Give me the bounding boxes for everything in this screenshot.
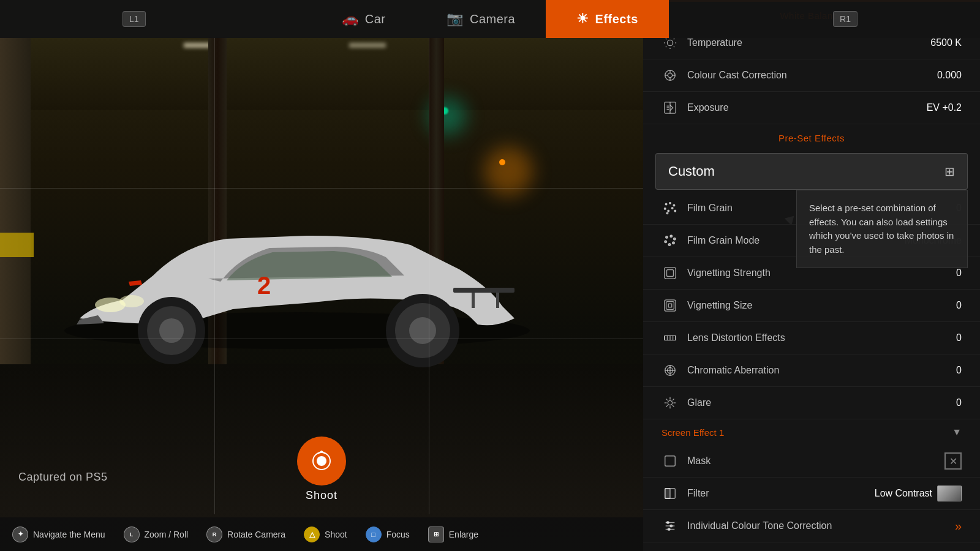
colour-cast-row[interactable]: Colour Cast Correction 0.000 bbox=[643, 59, 980, 92]
film-grain-mode-icon bbox=[662, 232, 679, 249]
colour-tone-row[interactable]: Individual Colour Tone Correction » bbox=[643, 510, 980, 542]
shoot-ctrl-label: Shoot bbox=[325, 530, 347, 539]
filter-icon bbox=[662, 485, 679, 502]
effects-icon: ☀ bbox=[576, 11, 589, 27]
preset-name: Custom bbox=[668, 163, 944, 179]
vignetting-strength-name: Vignetting Strength bbox=[687, 268, 913, 279]
focus-control: □ Focus bbox=[366, 527, 410, 542]
garage-ceiling bbox=[0, 37, 643, 110]
lens-distortion-icon bbox=[662, 329, 679, 347]
colour-cast-value: 0.000 bbox=[913, 70, 962, 81]
chromatic-aberration-icon bbox=[662, 362, 679, 379]
lens-distortion-value: 0 bbox=[913, 332, 962, 343]
filter-text: Low Contrast bbox=[875, 488, 932, 499]
svg-point-15 bbox=[667, 40, 673, 45]
svg-point-79 bbox=[667, 522, 669, 524]
tooltip-text: Select a pre-set combination of effects.… bbox=[809, 203, 954, 255]
shoot-label: Shoot bbox=[306, 489, 337, 502]
shoot-control: △ Shoot bbox=[304, 527, 347, 542]
svg-point-14 bbox=[317, 456, 326, 466]
zoom-icon: L bbox=[124, 527, 140, 542]
glare-row[interactable]: Glare 0 bbox=[643, 387, 980, 419]
navigate-label: Navigate the Menu bbox=[33, 530, 105, 539]
enlarge-icon: ⊞ bbox=[428, 527, 444, 542]
svg-point-43 bbox=[666, 236, 668, 239]
vignetting-size-row[interactable]: Vignetting Size 0 bbox=[643, 290, 980, 322]
navigate-control: ✦ Navigate the Menu bbox=[12, 527, 105, 542]
svg-point-37 bbox=[673, 204, 675, 206]
glare-name: Glare bbox=[687, 397, 913, 408]
pillar-stripe bbox=[0, 233, 34, 257]
svg-point-46 bbox=[665, 241, 667, 243]
svg-rect-53 bbox=[668, 304, 672, 307]
shoot-btn-icon: △ bbox=[304, 527, 320, 542]
film-grain-icon bbox=[662, 200, 679, 217]
r1-button[interactable]: R1 bbox=[833, 11, 858, 27]
svg-rect-49 bbox=[665, 268, 676, 279]
svg-line-69 bbox=[666, 399, 668, 401]
vignetting-size-value: 0 bbox=[913, 300, 962, 311]
svg-point-48 bbox=[673, 242, 675, 244]
ceiling-light-2 bbox=[349, 43, 386, 48]
captured-label: Captured on PS5 bbox=[18, 471, 108, 484]
svg-line-23 bbox=[674, 39, 674, 39]
l1-button[interactable]: L1 bbox=[123, 11, 146, 27]
vignetting-strength-value: 0 bbox=[913, 268, 962, 279]
colour-tone-icon bbox=[662, 517, 679, 534]
tab-car[interactable]: 🚗 Car bbox=[311, 0, 416, 38]
enlarge-control: ⊞ Enlarge bbox=[428, 527, 478, 542]
camera-shutter-icon bbox=[309, 449, 334, 473]
svg-rect-75 bbox=[665, 489, 670, 499]
temperature-value: 6500 K bbox=[913, 37, 962, 48]
shoot-button-area[interactable]: Shoot bbox=[297, 437, 346, 502]
grid-line-h2 bbox=[0, 339, 643, 339]
lens-distortion-row[interactable]: Lens Distortion Effects 0 bbox=[643, 322, 980, 354]
svg-rect-52 bbox=[666, 302, 674, 310]
grid-line-h1 bbox=[0, 188, 643, 189]
chromatic-aberration-value: 0 bbox=[913, 365, 962, 376]
glare-icon bbox=[662, 394, 679, 411]
shoot-circle-button[interactable] bbox=[297, 437, 346, 485]
vignetting-strength-icon bbox=[662, 264, 679, 282]
exposure-row[interactable]: Exposure EV +0.2 bbox=[643, 92, 980, 124]
tooltip-box: Select a pre-set combination of effects.… bbox=[796, 190, 968, 268]
filter-value: Low Contrast bbox=[875, 485, 962, 501]
tab-camera[interactable]: 📷 Camera bbox=[416, 0, 546, 38]
temperature-name: Temperature bbox=[687, 37, 913, 48]
lens-distortion-name: Lens Distortion Effects bbox=[687, 332, 913, 343]
top-navigation: L1 🚗 Car 📷 Camera ☀ Effects R1 bbox=[0, 0, 980, 38]
preset-selector[interactable]: Custom ⊞ bbox=[655, 153, 968, 190]
car-silhouette: 2 bbox=[31, 135, 564, 398]
colour-tone-value: » bbox=[913, 519, 962, 533]
tab-effects-label: Effects bbox=[595, 12, 638, 26]
screen-effect-section-row[interactable]: Screen Effect 1 ▼ bbox=[643, 419, 980, 445]
mask-value: ✕ bbox=[944, 452, 962, 470]
filter-name: Filter bbox=[687, 488, 875, 499]
exposure-value: EV +0.2 bbox=[913, 102, 962, 113]
svg-point-6 bbox=[159, 318, 184, 343]
mask-row[interactable]: Mask ✕ bbox=[643, 445, 980, 478]
svg-line-70 bbox=[673, 405, 674, 407]
rotate-control: R Rotate Camera bbox=[206, 527, 285, 542]
focus-label: Focus bbox=[386, 530, 410, 539]
mask-x-symbol: ✕ bbox=[949, 455, 957, 467]
svg-point-12 bbox=[119, 295, 144, 307]
viewport: 2 Captured on PS5 Shoot bbox=[0, 0, 643, 551]
svg-line-71 bbox=[673, 399, 674, 401]
preset-effects-header: Pre-Set Effects bbox=[643, 124, 980, 149]
right-panel: White Balance Temperature 6500 K bbox=[643, 0, 980, 551]
svg-point-41 bbox=[674, 210, 676, 212]
chromatic-aberration-name: Chromatic Aberration bbox=[687, 365, 913, 376]
svg-point-35 bbox=[665, 203, 667, 205]
grid-line-v2 bbox=[429, 37, 429, 514]
svg-rect-3 bbox=[496, 293, 499, 308]
panel-content: White Balance Temperature 6500 K bbox=[643, 2, 980, 551]
tab-effects[interactable]: ☀ Effects bbox=[546, 0, 669, 38]
chromatic-aberration-row[interactable]: Chromatic Aberration 0 bbox=[643, 354, 980, 387]
svg-line-72 bbox=[666, 405, 668, 407]
svg-point-40 bbox=[671, 208, 673, 209]
screen-effect-label: Screen Effect 1 bbox=[662, 427, 952, 438]
bottom-controls-bar: ✦ Navigate the Menu L Zoom / Roll R Rota… bbox=[0, 517, 643, 551]
car-scene: 2 Captured on PS5 Shoot bbox=[0, 0, 643, 551]
filter-row[interactable]: Filter Low Contrast bbox=[643, 478, 980, 510]
